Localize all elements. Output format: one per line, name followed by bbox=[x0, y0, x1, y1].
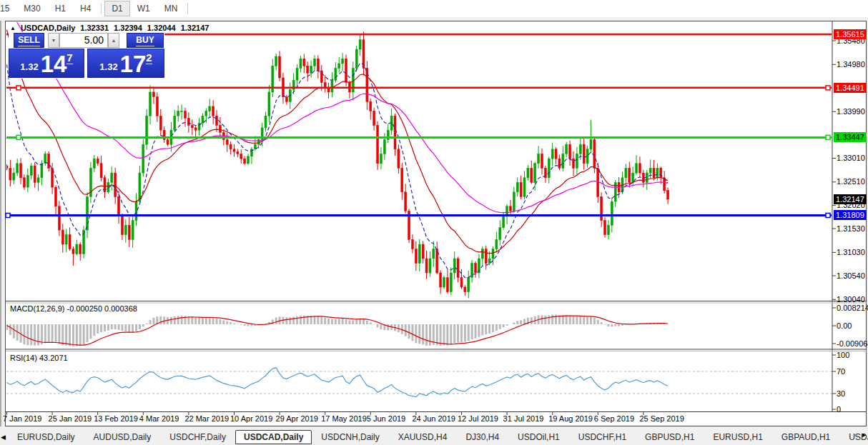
date-tick-label: 10 Apr 2019 bbox=[230, 414, 272, 423]
date-tick-label: 25 Sep 2019 bbox=[639, 414, 684, 423]
tab-nav-arrows: ◂▸ bbox=[853, 431, 866, 439]
sell-button-label: SELL bbox=[18, 35, 40, 46]
volume-decrease-button[interactable]: ▼ bbox=[48, 33, 59, 48]
current-price-label: 1.32147 bbox=[834, 194, 867, 204]
price-tick-label: 1.30540 bbox=[837, 271, 865, 280]
level-price-label: 1.31809 bbox=[834, 210, 867, 220]
rsi-tick-label: 30 bbox=[837, 389, 845, 398]
level-drag-handle[interactable] bbox=[16, 135, 21, 139]
rsi-indicator-label: RSI(14) 43.2071 bbox=[10, 354, 68, 362]
date-tick-label: 13 Feb 2019 bbox=[94, 414, 138, 423]
macd-plot bbox=[7, 314, 669, 346]
buy-price-pips: 17 bbox=[120, 51, 147, 77]
date-tick-label: 29 Apr 2019 bbox=[276, 414, 318, 423]
price-tick-label: 1.31030 bbox=[837, 248, 865, 256]
ohlc-open: 1.32331 bbox=[80, 24, 109, 32]
rsi-tick-label: 0 bbox=[837, 405, 841, 414]
date-tick-label: 31 Jul 2019 bbox=[503, 414, 544, 423]
price-tick-label: 1.30040 bbox=[837, 295, 865, 304]
panel-frames bbox=[6, 21, 867, 415]
collapse-arrow-icon[interactable]: ▲ bbox=[10, 25, 16, 31]
date-tick-label: 17 May 2019 bbox=[321, 414, 367, 423]
date-tick-label: 4 Mar 2019 bbox=[139, 414, 179, 423]
sell-price-figure: 1.32 bbox=[20, 61, 38, 72]
rsi-line bbox=[7, 368, 669, 397]
rsi-tick-label: 100 bbox=[837, 351, 849, 359]
price-tick-label: 1.31530 bbox=[837, 224, 865, 233]
chart-title-bar: ▲USDCAD,Daily1.323311.323941.320441.3214… bbox=[10, 24, 209, 32]
sell-price-point: 7 bbox=[66, 51, 72, 64]
macd-tick-label: -0.009066 bbox=[837, 339, 868, 348]
ohlc-low: 1.32044 bbox=[147, 24, 176, 32]
spinner-up-icon: ▲ bbox=[112, 38, 117, 43]
macd-indicator-label: MACD(12,26,9) -0.000250 0.000368 bbox=[10, 304, 137, 313]
ohlc-high: 1.32394 bbox=[114, 24, 142, 32]
price-tick-label: 1.33990 bbox=[837, 107, 865, 116]
level-drag-handle[interactable] bbox=[826, 86, 830, 90]
level-price-label: 1.35615 bbox=[834, 29, 867, 39]
rsi-plot bbox=[6, 368, 832, 397]
tab-nav-left-icon[interactable]: ◂ bbox=[853, 431, 857, 439]
buy-price-button[interactable]: 1.32172 bbox=[87, 49, 164, 78]
moving-average-8 bbox=[7, 63, 669, 277]
level-drag-handle[interactable] bbox=[16, 86, 21, 90]
buy-button-label: BUY bbox=[136, 35, 154, 46]
volume-increase-button[interactable]: ▲ bbox=[108, 33, 119, 48]
ohlc-close: 1.32147 bbox=[181, 24, 209, 32]
date-tick-label: 5 Jun 2019 bbox=[367, 414, 405, 423]
price-tick-label: 1.33010 bbox=[837, 154, 865, 162]
volume-input[interactable]: 5.00 bbox=[59, 33, 108, 48]
level-price-label: 1.34491 bbox=[834, 83, 867, 93]
level-drag-handle[interactable] bbox=[826, 213, 830, 217]
one-click-trade-panel: SELL ▼ 5.00 ▲ BUY 1.32147 1.32172 bbox=[9, 32, 164, 79]
macd-signal-line bbox=[7, 316, 669, 345]
date-tick-label: 7 Jan 2019 bbox=[3, 414, 41, 423]
price-tick-label: 1.34980 bbox=[837, 60, 865, 69]
chart-symbol-title: USDCAD,Daily bbox=[21, 24, 75, 32]
date-tick-label: 12 Jul 2019 bbox=[458, 414, 498, 423]
date-tick-label: 22 Mar 2019 bbox=[184, 414, 229, 423]
date-tick-label: 6 Sep 2019 bbox=[594, 414, 634, 423]
level-drag-handle[interactable] bbox=[826, 135, 830, 139]
spinner-down-icon: ▼ bbox=[51, 38, 56, 43]
buy-price-figure: 1.32 bbox=[99, 61, 117, 72]
date-tick-label: 24 Jun 2019 bbox=[412, 414, 455, 423]
sell-button[interactable]: SELL bbox=[14, 33, 44, 48]
trading-app: 15M30H1H4D1W1MN ▲USDCAD,Daily1.323311.32… bbox=[0, 0, 868, 445]
buy-price-point: 2 bbox=[146, 51, 152, 64]
date-tick-label: 19 Aug 2019 bbox=[548, 414, 593, 423]
macd-tick-label: 0.008214 bbox=[837, 304, 868, 312]
date-tick-label: 25 Jan 2019 bbox=[49, 414, 92, 423]
macd-tick-label: 0.00 bbox=[837, 321, 852, 330]
sell-price-button[interactable]: 1.32147 bbox=[9, 49, 84, 78]
rsi-tick-label: 70 bbox=[837, 367, 845, 376]
sell-price-pips: 14 bbox=[41, 51, 67, 77]
level-drag-handle[interactable] bbox=[6, 213, 10, 217]
price-tick-label: 1.32510 bbox=[837, 177, 865, 186]
buy-button[interactable]: BUY bbox=[127, 33, 164, 48]
level-price-label: 1.33447 bbox=[834, 132, 867, 142]
tab-nav-right-icon[interactable]: ▸ bbox=[862, 431, 866, 439]
